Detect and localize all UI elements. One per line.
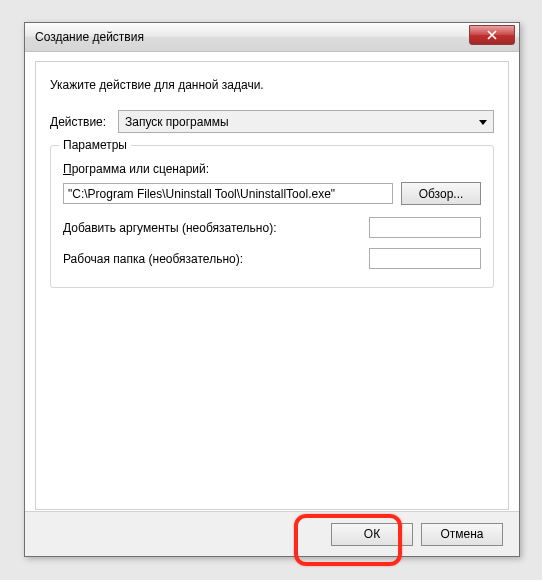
dialog-footer: ОК Отмена: [25, 511, 519, 556]
workdir-row: Рабочая папка (необязательно):: [63, 248, 481, 269]
create-action-dialog: Создание действия Укажите действие для д…: [24, 22, 520, 557]
parameters-legend: Параметры: [59, 138, 131, 152]
program-label: Программа или сценарий:: [63, 162, 481, 176]
window-title: Создание действия: [35, 30, 144, 44]
program-row: Обзор...: [63, 182, 481, 205]
close-icon: [487, 30, 497, 40]
arguments-label: Добавить аргументы (необязательно):: [63, 221, 369, 235]
action-row: Действие: Запуск программы: [50, 110, 494, 133]
instruction-text: Укажите действие для данной задачи.: [50, 78, 494, 92]
action-combobox[interactable]: Запуск программы: [118, 110, 494, 133]
ok-button[interactable]: ОК: [331, 523, 413, 546]
browse-button[interactable]: Обзор...: [401, 182, 481, 205]
close-button[interactable]: [469, 25, 515, 45]
cancel-button[interactable]: Отмена: [421, 523, 503, 546]
workdir-input[interactable]: [369, 248, 481, 269]
action-label: Действие:: [50, 115, 110, 129]
program-input[interactable]: [63, 183, 393, 204]
parameters-group: Параметры Программа или сценарий: Обзор.…: [50, 145, 494, 288]
workdir-label: Рабочая папка (необязательно):: [63, 252, 369, 266]
titlebar: Создание действия: [25, 23, 519, 52]
arguments-input[interactable]: [369, 217, 481, 238]
action-selected-value: Запуск программы: [125, 115, 229, 129]
dialog-body: Укажите действие для данной задачи. Дейс…: [35, 61, 509, 510]
arguments-row: Добавить аргументы (необязательно):: [63, 217, 481, 238]
